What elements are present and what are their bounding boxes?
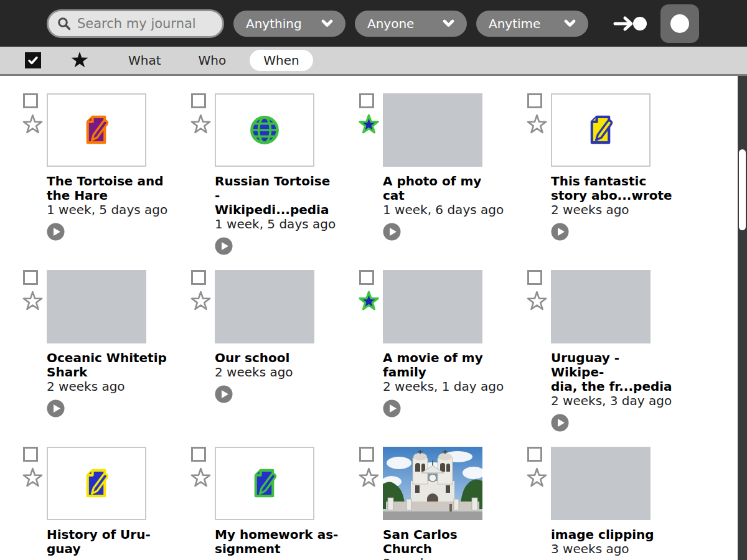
entry-title[interactable]: Uruguay - Wikipe- dia, the fr...pedia: [551, 351, 675, 394]
star-icon: [526, 114, 548, 136]
entry-star[interactable]: [526, 291, 548, 312]
star-icon: [190, 467, 212, 489]
journal-entry: image clipping 3 weeks ago: [526, 447, 694, 560]
arrow-dot-icon: [613, 14, 648, 34]
entry-title[interactable]: This fantastic story abo...wrote: [551, 174, 675, 203]
scrollbar-thumb[interactable]: [739, 149, 746, 230]
entry-play-button[interactable]: [551, 414, 569, 432]
entry-thumbnail[interactable]: [47, 447, 146, 520]
entry-thumbnail[interactable]: [47, 93, 146, 167]
filter-dropdown-anything[interactable]: Anything: [233, 11, 345, 37]
entry-title[interactable]: San Carlos Church: [383, 528, 507, 556]
entry-title[interactable]: Our school: [215, 351, 339, 365]
entry-title[interactable]: A photo of my cat: [383, 174, 507, 203]
entry-checkbox[interactable]: [359, 270, 374, 285]
play-icon: [215, 237, 233, 255]
play-icon: [47, 399, 65, 418]
play-icon: [47, 223, 65, 241]
entry-checkbox[interactable]: [23, 270, 38, 285]
tab-who[interactable]: Who: [185, 50, 240, 71]
entry-star[interactable]: [190, 291, 212, 312]
entry-star[interactable]: [526, 114, 548, 136]
journal-entry: The Tortoise and the Hare 1 week, 5 days…: [22, 93, 190, 270]
entry-play-button[interactable]: [383, 223, 401, 241]
journal-entry: San Carlos Church 3 weeks ago: [358, 447, 526, 560]
entry-checkbox[interactable]: [359, 93, 374, 108]
journal-list: The Tortoise and the Hare 1 week, 5 days…: [0, 78, 738, 560]
entry-title[interactable]: History of Uru- guay: [47, 528, 171, 556]
entry-timestamp: 1 week, 6 days ago: [383, 203, 507, 217]
entry-thumbnail[interactable]: [551, 93, 651, 167]
entry-star[interactable]: [358, 114, 380, 136]
entry-title[interactable]: A movie of my family: [383, 351, 507, 380]
tab-when[interactable]: When: [250, 50, 312, 71]
star-icon: [358, 291, 380, 312]
view-toggle-button[interactable]: [660, 4, 699, 43]
entry-checkbox[interactable]: [23, 93, 38, 108]
entry-thumbnail[interactable]: [215, 270, 314, 343]
entry-star[interactable]: [190, 114, 212, 136]
entry-checkbox[interactable]: [527, 270, 542, 285]
filter-dropdown-anyone[interactable]: Anyone: [355, 11, 467, 37]
entry-play-button[interactable]: [215, 237, 233, 255]
entry-play-button[interactable]: [551, 223, 569, 241]
entry-thumbnail[interactable]: [551, 447, 651, 520]
entry-star[interactable]: [526, 467, 548, 489]
entry-thumbnail[interactable]: [383, 447, 482, 520]
entry-checkbox[interactable]: [527, 93, 542, 108]
entry-thumbnail[interactable]: [383, 93, 482, 167]
entry-title[interactable]: Oceanic Whitetip Shark: [47, 351, 171, 380]
play-icon: [215, 385, 233, 403]
filter-label: Anytime: [489, 16, 540, 31]
entry-title[interactable]: My homework as- signment: [215, 528, 339, 556]
entry-thumbnail[interactable]: [551, 270, 651, 343]
search-input[interactable]: [77, 16, 244, 31]
journal-grid: The Tortoise and the Hare 1 week, 5 days…: [0, 78, 738, 560]
entry-star[interactable]: [358, 291, 380, 312]
play-icon: [383, 223, 401, 241]
search-icon: [57, 17, 71, 30]
entry-checkbox[interactable]: [191, 93, 206, 108]
favorites-filter-button[interactable]: [70, 50, 90, 70]
entry-thumbnail[interactable]: [383, 270, 482, 343]
entry-timestamp: 2 weeks ago: [215, 365, 339, 380]
entry-star[interactable]: [358, 467, 380, 489]
entry-play-button[interactable]: [47, 223, 65, 241]
entry-thumbnail[interactable]: [215, 93, 314, 167]
entry-title[interactable]: Russian Tortoise - Wikipedi...pedia: [215, 174, 339, 217]
globe-icon: [248, 113, 281, 147]
checkmark-icon: [27, 55, 39, 66]
chevron-down-icon: [321, 19, 333, 27]
entry-timestamp: 2 weeks ago: [47, 380, 171, 394]
entry-star[interactable]: [22, 467, 44, 489]
entry-title[interactable]: image clipping: [551, 528, 675, 542]
journal-entry: Our school 2 weeks ago: [190, 270, 358, 447]
entry-checkbox[interactable]: [191, 447, 206, 462]
text-document-icon: [248, 467, 281, 500]
text-document-icon: [80, 113, 113, 147]
entry-thumbnail[interactable]: [47, 270, 146, 343]
entry-play-button[interactable]: [383, 399, 401, 418]
entry-play-button[interactable]: [47, 399, 65, 418]
entry-checkbox[interactable]: [527, 447, 542, 462]
search-box[interactable]: [47, 9, 224, 38]
filter-dropdown-anytime[interactable]: Anytime: [476, 11, 588, 37]
entry-checkbox[interactable]: [359, 447, 374, 462]
entry-star[interactable]: [22, 114, 44, 136]
entry-title[interactable]: The Tortoise and the Hare: [47, 174, 171, 203]
play-icon: [551, 223, 569, 241]
entry-star[interactable]: [22, 291, 44, 312]
arrow-to-entry-button[interactable]: [613, 14, 648, 34]
vertical-scrollbar[interactable]: [738, 76, 747, 560]
entry-thumbnail[interactable]: [215, 447, 314, 520]
entry-play-button[interactable]: [215, 385, 233, 403]
select-all-checkbox[interactable]: [25, 52, 41, 68]
entry-checkbox[interactable]: [191, 270, 206, 285]
tab-what[interactable]: What: [115, 50, 175, 71]
star-icon: [22, 291, 44, 312]
entry-checkbox[interactable]: [23, 447, 38, 462]
star-icon: [358, 114, 380, 136]
journal-entry: This fantastic story abo...wrote 2 weeks…: [526, 93, 694, 270]
entry-star[interactable]: [190, 467, 212, 489]
text-document-icon: [80, 467, 113, 500]
